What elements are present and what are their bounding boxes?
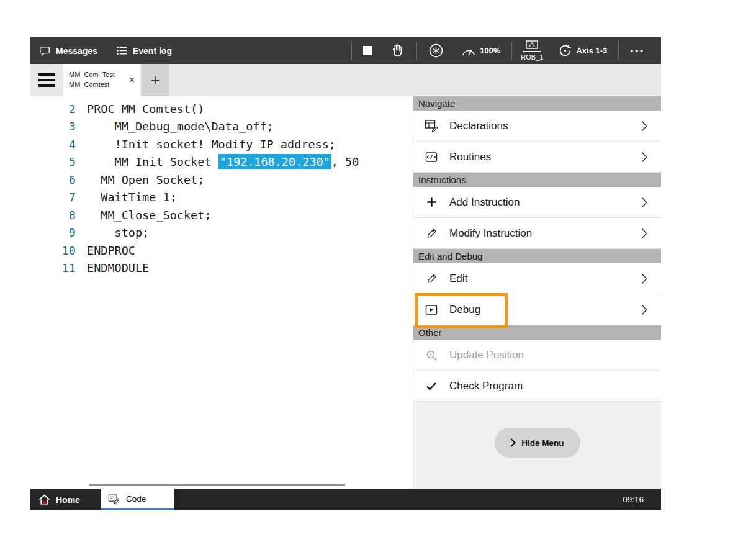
horizontal-scrollbar[interactable] [89, 484, 345, 486]
messages-label: Messages [56, 46, 97, 56]
menu-item-check-program[interactable]: Check Program [413, 371, 661, 402]
code-text: WaitTime 1; [87, 191, 177, 204]
code-window-icon [108, 494, 120, 504]
stop-icon [363, 46, 372, 55]
code-line[interactable]: 9 stop; [30, 224, 413, 242]
chevron-right-icon [641, 197, 647, 208]
stop-button[interactable] [354, 37, 381, 64]
code-taskbar-tab[interactable]: Code [101, 489, 174, 510]
line-number: 11 [30, 261, 76, 274]
code-line[interactable]: 2PROC MM_Comtest() [30, 100, 413, 118]
topbar-divider [618, 42, 619, 60]
home-button[interactable]: Home [30, 494, 80, 505]
event-log-button[interactable]: Event log [116, 45, 172, 56]
home-label: Home [56, 495, 80, 505]
line-number: 10 [30, 244, 76, 257]
code-line[interactable]: 5 MM_Init_Socket "192.168.20.230", 50 [30, 153, 413, 171]
declarations-icon [422, 119, 441, 132]
section-header-other: Other [413, 325, 661, 340]
hand-icon [390, 43, 405, 58]
plus-icon [422, 196, 441, 208]
code-line[interactable]: 10ENDPROC [30, 242, 413, 260]
code-text: ENDPROC [87, 244, 135, 257]
code-text: MM_Init_Socket "192.168.20.230", 50 [87, 155, 359, 168]
code-line[interactable]: 11ENDMODULE [30, 260, 413, 278]
bottom-task-bar: Home Code 09:16 [30, 489, 661, 510]
code-line[interactable]: 7 WaitTime 1; [30, 189, 413, 207]
hide-menu-button[interactable]: Hide Menu [495, 428, 580, 458]
code-tab-label: Code [126, 494, 146, 504]
section-header-navigate: Navigate [413, 96, 661, 111]
menu-item-label: Update Position [449, 349, 647, 361]
menu-item-update-position: Update Position [413, 340, 661, 371]
chevron-right-icon [641, 228, 647, 239]
rob-selector-button[interactable]: ROB_1 [515, 40, 549, 61]
tab-close-icon[interactable]: × [127, 75, 137, 86]
motors-state-button[interactable] [420, 37, 452, 64]
axis-selector-button[interactable]: Axis 1-3 [549, 37, 616, 64]
checkmark-icon [422, 381, 441, 392]
menu-item-routines[interactable]: Routines [413, 142, 661, 173]
menu-item-label: Modify Instruction [449, 227, 641, 240]
home-icon [38, 494, 50, 505]
line-number: 3 [30, 120, 76, 133]
chevron-right-icon [641, 151, 647, 163]
routines-icon [422, 151, 441, 163]
tab-title-routine: MM_Comtest [69, 80, 127, 90]
menu-item-label: Add Instruction [449, 196, 641, 209]
code-line[interactable]: 8 MM_Close_Socket; [30, 206, 413, 224]
messages-button[interactable]: Messages [38, 45, 97, 56]
code-line[interactable]: 6 MM_Open_Socket; [30, 171, 413, 189]
messages-icon [38, 45, 51, 56]
code-line[interactable]: 3 MM_Debug_mode\Data_off; [30, 118, 413, 136]
line-number: 9 [30, 226, 76, 239]
editor-tab-bar: MM_Com_Test MM_Comtest × + [30, 64, 661, 96]
jog-hand-button[interactable] [381, 37, 414, 64]
new-tab-button[interactable]: + [142, 64, 169, 96]
chevron-right-icon [510, 438, 516, 447]
pencil-icon [422, 227, 441, 239]
menu-item-add-instruction[interactable]: Add Instruction [413, 187, 661, 218]
code-text: MM_Debug_mode\Data_off; [87, 120, 274, 133]
clock-time: 09:16 [623, 495, 661, 504]
event-log-icon [116, 45, 128, 56]
rob-icon [526, 40, 538, 50]
rob-label: ROB_1 [521, 53, 543, 61]
menu-item-modify-instruction[interactable]: Modify Instruction [413, 218, 661, 249]
menu-item-label: Edit [449, 273, 641, 285]
more-menu-button[interactable]: ••• [621, 46, 654, 56]
debug-icon [422, 304, 441, 315]
line-number: 8 [30, 209, 76, 222]
flexpendant-app: Messages Event log [30, 37, 661, 510]
code-text: MM_Open_Socket; [87, 173, 204, 186]
topbar-divider [351, 42, 352, 60]
topbar-divider [416, 42, 417, 60]
tab-title-module: MM_Com_Test [69, 70, 127, 80]
menu-item-declarations[interactable]: Declarations [413, 111, 661, 142]
top-status-bar: Messages Event log [30, 37, 661, 64]
tab-mm-comtest[interactable]: MM_Com_Test MM_Comtest × [63, 64, 140, 96]
code-text: !Init socket! Modify IP address; [87, 138, 336, 151]
chevron-right-icon [641, 304, 647, 315]
event-log-label: Event log [133, 46, 172, 56]
code-editor[interactable]: 2PROC MM_Comtest() 3 MM_Debug_mode\Data_… [30, 96, 413, 489]
selected-ip-text[interactable]: "192.168.20.230" [218, 154, 331, 169]
menu-item-edit[interactable]: Edit [413, 263, 661, 294]
speed-button[interactable]: 100% [452, 37, 509, 64]
line-number: 5 [30, 155, 76, 168]
pencil-icon [422, 273, 441, 284]
menu-item-debug[interactable]: Debug [413, 294, 661, 325]
speed-value: 100% [480, 46, 500, 55]
code-line[interactable]: 4 !Init socket! Modify IP address; [30, 135, 413, 153]
menu-item-label: Declarations [449, 120, 641, 132]
line-number: 6 [30, 173, 76, 186]
code-text: PROC MM_Comtest() [87, 102, 204, 115]
chevron-right-icon [641, 120, 647, 132]
update-position-icon [422, 349, 441, 361]
code-text: ENDMODULE [87, 261, 149, 274]
motors-off-icon [428, 43, 444, 58]
chevron-right-icon [641, 273, 647, 284]
axis-label: Axis 1-3 [576, 46, 607, 55]
hamburger-menu-button[interactable] [30, 64, 63, 96]
panel-filler: Hide Menu [413, 402, 661, 489]
